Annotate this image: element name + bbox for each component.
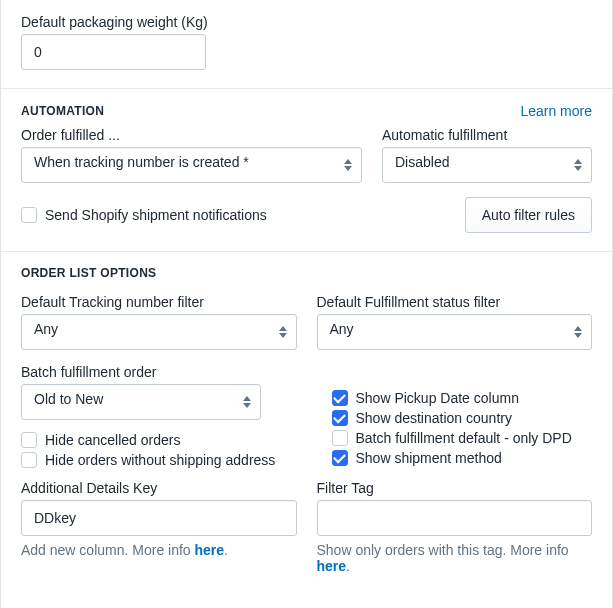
tracking-filter-label: Default Tracking number filter xyxy=(21,294,297,310)
filter-tag-input[interactable] xyxy=(317,500,593,536)
show-pickup-checkbox[interactable] xyxy=(332,390,348,406)
learn-more-link[interactable]: Learn more xyxy=(520,103,592,119)
fulfillment-filter-label: Default Fulfillment status filter xyxy=(317,294,593,310)
hide-noaddr-label: Hide orders without shipping address xyxy=(45,452,275,468)
batch-dpd-label: Batch fulfillment default - only DPD xyxy=(356,430,572,446)
details-helper-text: Add new column. More info xyxy=(21,542,195,558)
details-key-input[interactable] xyxy=(21,500,297,536)
details-key-label: Additional Details Key xyxy=(21,480,297,496)
packaging-weight-input[interactable] xyxy=(21,34,206,70)
automatic-fulfillment-select[interactable]: Disabled xyxy=(382,147,592,183)
send-notifications-checkbox[interactable] xyxy=(21,207,37,223)
tracking-filter-select[interactable]: Any xyxy=(21,314,297,350)
batch-order-select[interactable]: Old to New xyxy=(21,384,261,420)
packaging-weight-label: Default packaging weight (Kg) xyxy=(21,14,592,30)
hide-noaddr-checkbox[interactable] xyxy=(21,452,37,468)
show-country-checkbox[interactable] xyxy=(332,410,348,426)
batch-dpd-checkbox[interactable] xyxy=(332,430,348,446)
batch-order-label: Batch fulfillment order xyxy=(21,364,282,380)
show-method-label: Show shipment method xyxy=(356,450,502,466)
send-notifications-label: Send Shopify shipment notifications xyxy=(45,207,267,223)
orderlist-title: ORDER LIST OPTIONS xyxy=(21,266,592,280)
hide-cancelled-label: Hide cancelled orders xyxy=(45,432,180,448)
auto-filter-rules-button[interactable]: Auto filter rules xyxy=(465,197,592,233)
automatic-fulfillment-label: Automatic fulfillment xyxy=(382,127,592,143)
hide-cancelled-checkbox[interactable] xyxy=(21,432,37,448)
filter-tag-label: Filter Tag xyxy=(317,480,593,496)
show-method-checkbox[interactable] xyxy=(332,450,348,466)
automation-title: AUTOMATION xyxy=(21,104,104,118)
show-country-label: Show destination country xyxy=(356,410,512,426)
filter-tag-helper-link[interactable]: here xyxy=(317,558,347,574)
details-helper-link[interactable]: here xyxy=(195,542,225,558)
order-fulfilled-label: Order fulfilled ... xyxy=(21,127,362,143)
order-fulfilled-select[interactable]: When tracking number is created * xyxy=(21,147,362,183)
show-pickup-label: Show Pickup Date column xyxy=(356,390,519,406)
filter-tag-helper-text: Show only orders with this tag. More inf… xyxy=(317,542,569,558)
fulfillment-filter-select[interactable]: Any xyxy=(317,314,593,350)
